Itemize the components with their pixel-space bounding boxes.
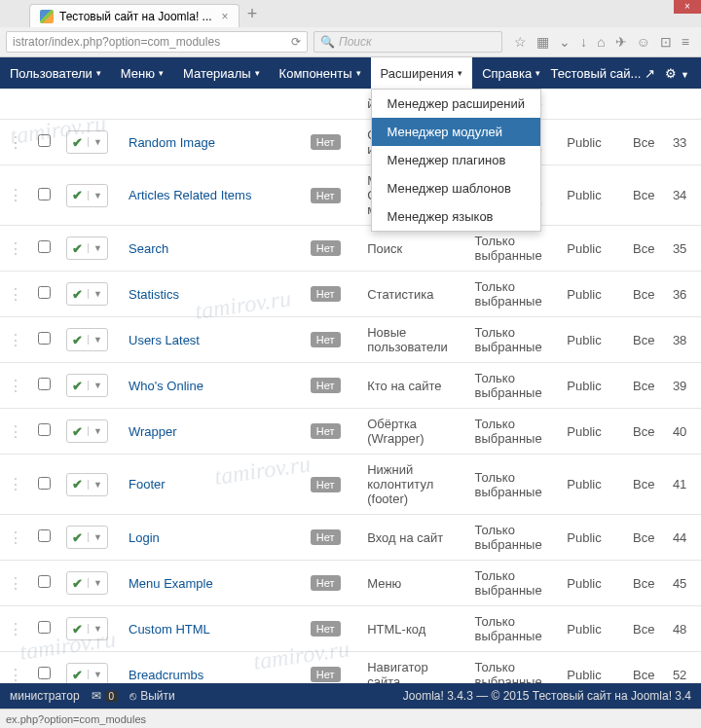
caret-icon[interactable]: ▼ (88, 243, 107, 253)
status-toggle[interactable]: ✔▼ (66, 374, 108, 397)
caret-icon[interactable]: ▼ (88, 624, 107, 634)
caret-icon[interactable]: ▼ (88, 289, 107, 299)
sb-admin[interactable]: министратор (10, 689, 80, 703)
row-checkbox[interactable] (38, 529, 51, 542)
drag-handle-icon[interactable]: ⋮ (0, 515, 32, 561)
row-checkbox[interactable] (38, 134, 51, 147)
tab-close-icon[interactable]: × (222, 10, 229, 23)
menu-item-1[interactable]: Меню ▾ (111, 57, 173, 89)
status-toggle[interactable]: ✔▼ (66, 571, 108, 595)
menu-icon[interactable]: ≡ (682, 34, 689, 50)
send-icon[interactable]: ✈ (615, 34, 627, 50)
caret-icon[interactable]: ▼ (88, 480, 107, 490)
module-title-link[interactable]: Login (129, 530, 160, 545)
status-toggle[interactable]: ✔▼ (66, 617, 108, 640)
module-title-link[interactable]: Who's Online (129, 379, 203, 393)
drag-handle-icon[interactable]: ⋮ (0, 272, 32, 317)
drag-handle-icon[interactable]: ⋮ (0, 606, 32, 652)
menu-item-5[interactable]: Справка ▾ (472, 57, 550, 89)
caret-icon[interactable]: ▼ (88, 532, 107, 542)
clipboard-icon[interactable]: ▦ (536, 34, 549, 50)
caret-icon[interactable]: ▼ (88, 137, 107, 147)
row-checkbox[interactable] (38, 423, 51, 436)
drag-handle-icon[interactable]: ⋮ (0, 120, 32, 165)
table-row: ⋮✔▼Users LatestНетНовые пользователиТоль… (0, 317, 701, 363)
caret-icon[interactable]: ▼ (88, 381, 107, 390)
dropdown-item-2[interactable]: Менеджер плагинов (372, 146, 541, 174)
row-checkbox[interactable] (38, 575, 51, 588)
status-toggle[interactable]: ✔▼ (66, 184, 108, 207)
table-row: ⋮✔▼Who's OnlineНетКто на сайтеТолько выб… (0, 363, 701, 409)
row-checkbox[interactable] (38, 621, 51, 634)
status-toggle[interactable]: ✔▼ (66, 130, 108, 154)
module-title-link[interactable]: Footer (129, 477, 166, 491)
profile-icon[interactable]: ☺ (637, 34, 650, 50)
dropdown-item-3[interactable]: Менеджер шаблонов (372, 174, 541, 202)
module-title-link[interactable]: Custom HTML (129, 622, 210, 637)
download-icon[interactable]: ↓ (580, 34, 587, 50)
window-close-button[interactable]: × (674, 0, 701, 14)
dropdown-item-1[interactable]: Менеджер модулей (372, 118, 541, 146)
sb-logout[interactable]: ⎋ Выйти (129, 689, 175, 703)
caret-icon[interactable]: ▼ (88, 191, 107, 200)
status-toggle[interactable]: ✔▼ (66, 419, 108, 443)
browser-tab[interactable]: Тестовый сайт на Joomla! ... × (29, 4, 240, 27)
module-title-link[interactable]: Search (129, 241, 168, 256)
drag-handle-icon[interactable]: ⋮ (0, 363, 32, 409)
dropdown-item-0[interactable]: Менеджер расширений (372, 90, 541, 118)
module-title-link[interactable]: Random Image (129, 135, 215, 150)
status-toggle[interactable]: ✔▼ (66, 473, 108, 496)
caret-icon[interactable]: ▼ (88, 670, 107, 679)
reload-icon[interactable]: ⟳ (291, 35, 301, 49)
devtools-icon[interactable]: ⊡ (660, 34, 672, 50)
status-toggle[interactable]: ✔▼ (66, 328, 108, 351)
status-toggle[interactable]: ✔▼ (66, 237, 108, 260)
new-tab-button[interactable]: + (240, 4, 266, 24)
menu-item-2[interactable]: Материалы ▾ (173, 57, 270, 89)
module-pages: Только выбранные (469, 455, 562, 515)
star-icon[interactable]: ☆ (514, 34, 527, 50)
drag-handle-icon[interactable]: ⋮ (0, 455, 32, 515)
menu-item-0[interactable]: Пользователи ▾ (0, 57, 111, 89)
row-checkbox[interactable] (38, 378, 51, 390)
drag-handle-icon[interactable]: ⋮ (0, 317, 32, 363)
menu-item-4[interactable]: Расширения ▾Менеджер расширенийМенеджер … (371, 57, 473, 89)
menu-item-3[interactable]: Компоненты ▾ (270, 57, 371, 89)
row-checkbox[interactable] (38, 477, 51, 490)
caret-icon: ▾ (96, 68, 101, 78)
table-row: ⋮✔▼FooterНетНижний колонтитул (footer)То… (0, 455, 701, 515)
module-title-link[interactable]: Articles Related Items (129, 188, 251, 202)
drag-handle-icon[interactable]: ⋮ (0, 561, 32, 606)
drag-handle-icon[interactable]: ⋮ (0, 409, 32, 455)
sb-mail[interactable]: ✉ 0 (92, 689, 119, 703)
dropdown-item-4[interactable]: Менеджер языков (372, 202, 541, 231)
row-checkbox[interactable] (38, 286, 51, 299)
site-name-link[interactable]: Тестовый сай... ↗ (551, 66, 656, 81)
module-title-link[interactable]: Statistics (129, 287, 179, 302)
status-toggle[interactable]: ✔▼ (66, 282, 108, 306)
home-icon[interactable]: ⌂ (597, 34, 605, 50)
url-input[interactable]: istrator/index.php?option=com_modules ⟳ (6, 31, 308, 53)
row-checkbox[interactable] (38, 188, 51, 200)
module-title-link[interactable]: Menu Example (129, 576, 213, 591)
browser-search-input[interactable]: 🔍 Поиск (314, 31, 502, 53)
caret-icon[interactable]: ▼ (88, 426, 107, 436)
pocket-icon[interactable]: ⌄ (559, 34, 571, 50)
module-title-link[interactable]: Users Latest (129, 333, 200, 347)
drag-handle-icon[interactable]: ⋮ (0, 226, 32, 272)
row-checkbox[interactable] (38, 240, 51, 253)
gear-icon[interactable]: ⚙ ▼ (665, 66, 689, 81)
module-language: Все (627, 455, 667, 515)
drag-handle-icon[interactable]: ⋮ (0, 165, 32, 226)
row-checkbox[interactable] (38, 667, 51, 679)
row-checkbox[interactable] (38, 332, 51, 345)
caret-icon[interactable]: ▼ (88, 578, 107, 588)
module-language: Все (627, 272, 667, 317)
external-link-icon: ↗ (645, 66, 655, 81)
favicon-icon (40, 10, 54, 23)
position-badge: Нет (311, 378, 341, 393)
module-title-link[interactable]: Breadcrumbs (129, 668, 203, 682)
module-title-link[interactable]: Wrapper (129, 424, 177, 439)
caret-icon[interactable]: ▼ (88, 335, 107, 345)
status-toggle[interactable]: ✔▼ (66, 526, 108, 549)
